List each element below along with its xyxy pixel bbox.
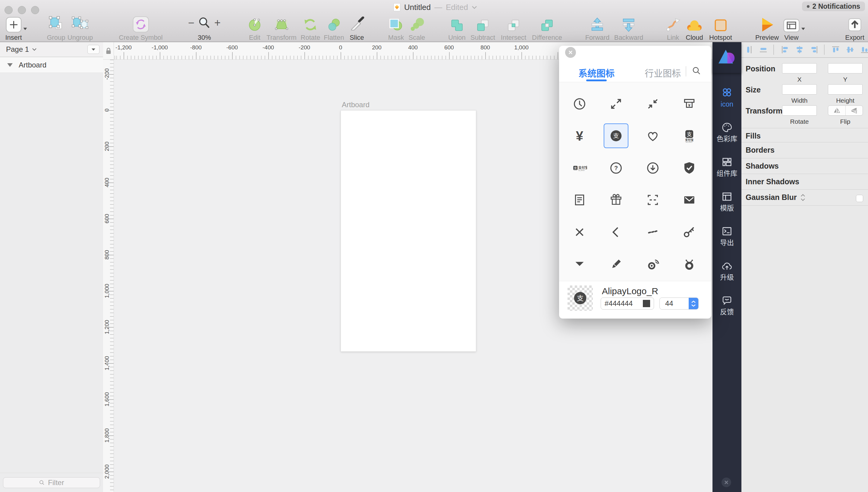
artboard[interactable] (341, 110, 476, 352)
toolbar-ungroup[interactable]: Ungroup (68, 12, 93, 41)
gaussian-blur-checkbox[interactable] (856, 195, 863, 202)
borders-section-header[interactable]: Borders (746, 146, 775, 154)
grid-icon-help[interactable] (604, 156, 628, 180)
distribute-vertically-icon[interactable] (759, 45, 767, 54)
height-field[interactable] (828, 84, 863, 95)
dock-item-upgrade[interactable]: 升级 (712, 260, 742, 281)
grid-icon-cash-machine[interactable] (677, 92, 702, 116)
zoom-window-button[interactable] (31, 6, 39, 14)
distribute-horizontally-icon[interactable] (745, 45, 752, 54)
dock-item-component-library[interactable]: 组件库 (712, 156, 742, 177)
toolbar-union[interactable]: Union (448, 12, 465, 41)
plugin-logo-icon[interactable] (717, 47, 736, 66)
grid-icon-gift[interactable] (604, 188, 628, 212)
dock-item-icon-library[interactable]: icon (712, 87, 742, 108)
page-selector[interactable]: Page 1 (6, 45, 29, 54)
toolbar-transform[interactable]: Transform (266, 12, 296, 41)
color-input[interactable]: #444444 (601, 297, 654, 310)
width-field[interactable] (782, 84, 817, 95)
toolbar-zoom[interactable]: − + 30% (188, 12, 220, 41)
align-bottom-icon[interactable] (860, 45, 868, 54)
rotate-field[interactable] (782, 105, 817, 116)
grid-icon-yen[interactable] (567, 123, 592, 148)
grid-icon-more[interactable] (640, 220, 665, 245)
toolbar-flatten[interactable]: Flatten (324, 12, 344, 41)
toolbar-link[interactable]: Link (665, 12, 681, 41)
flip-vertical-button[interactable] (846, 106, 863, 115)
zoom-in-button[interactable]: + (214, 18, 220, 28)
lock-icon[interactable] (105, 47, 112, 54)
align-top-icon[interactable] (831, 45, 839, 54)
align-middle-icon[interactable] (846, 45, 853, 54)
toolbar-view[interactable]: View (783, 12, 800, 41)
toolbar-create-symbol[interactable]: Create Symbol (119, 12, 163, 41)
flip-horizontal-button[interactable] (828, 106, 846, 115)
blur-type-stepper-icon[interactable] (800, 194, 805, 201)
toolbar-hotspot[interactable]: Hotspot (709, 12, 732, 41)
size-input[interactable]: 44 (659, 297, 699, 310)
dock-close-button[interactable] (722, 477, 731, 487)
grid-icon-caret-down[interactable] (567, 252, 592, 276)
toolbar-forward[interactable]: Forward (585, 12, 610, 41)
grid-icon-weibo[interactable] (640, 252, 665, 276)
artboard-title[interactable]: Artboard (342, 101, 370, 109)
toolbar-cloud[interactable]: Cloud (686, 12, 703, 41)
grid-icon-heart[interactable] (640, 123, 665, 148)
toolbar-backward[interactable]: Backward (614, 12, 643, 41)
disclosure-triangle-icon[interactable] (7, 63, 13, 67)
align-right-icon[interactable] (810, 45, 817, 54)
title-chevron-icon[interactable] (472, 6, 477, 9)
page-list-button[interactable] (87, 45, 99, 54)
dock-item-feedback[interactable]: 反馈 (712, 294, 742, 316)
ruler-label-v: 200 (103, 134, 111, 158)
toolbar-edit[interactable]: Edit (247, 12, 263, 41)
dock-item-templates[interactable]: 模版 (712, 191, 742, 212)
toolbar-slice[interactable]: Slice (349, 12, 365, 41)
page-chevron-icon[interactable] (32, 48, 37, 51)
grid-icon-alipay-horizontal[interactable] (567, 156, 592, 180)
toolbar-subtract[interactable]: Subtract (470, 12, 495, 41)
toolbar-export[interactable]: Export (845, 12, 864, 41)
toolbar-rotate[interactable]: Rotate (301, 12, 320, 41)
notification-dot-icon (807, 5, 810, 8)
fills-section-header[interactable]: Fills (746, 131, 761, 140)
gaussian-blur-section-header[interactable]: Gaussian Blur (746, 193, 805, 202)
cloud-icon (686, 13, 703, 33)
layer-item-artboard[interactable]: Artboard (0, 57, 103, 73)
grid-icon-alipay-logo[interactable] (604, 123, 628, 148)
grid-icon-ant[interactable] (677, 252, 702, 276)
grid-icon-expand[interactable] (604, 92, 628, 116)
size-stepper[interactable] (689, 297, 698, 310)
toolbar-insert[interactable]: Insert (5, 12, 22, 41)
shadows-section-header[interactable]: Shadows (746, 162, 779, 170)
filter-input[interactable]: Filter (3, 477, 100, 488)
grid-icon-key[interactable] (677, 220, 702, 245)
grid-icon-download[interactable] (640, 156, 665, 180)
notifications-badge[interactable]: 2 Notifications (802, 1, 865, 11)
grid-icon-bill[interactable] (567, 188, 592, 212)
align-left-icon[interactable] (781, 45, 789, 54)
grid-icon-clock[interactable] (567, 92, 592, 116)
align-center-horizontal-icon[interactable] (795, 45, 803, 54)
zoom-out-button[interactable]: − (188, 18, 194, 28)
dock-item-color-library[interactable]: 色彩库 (712, 121, 742, 142)
grid-icon-edit-pencil[interactable] (604, 252, 628, 276)
grid-icon-collapse[interactable] (640, 92, 665, 116)
grid-icon-scan[interactable] (640, 188, 665, 212)
position-x-field[interactable] (782, 63, 817, 73)
grid-icon-close[interactable] (567, 220, 592, 245)
position-y-field[interactable] (828, 63, 863, 73)
toolbar-preview[interactable]: Preview (755, 12, 779, 41)
toolbar-difference[interactable]: Difference (532, 12, 562, 41)
toolbar-group[interactable]: Group (47, 12, 65, 41)
toolbar-mask[interactable]: Mask (388, 12, 404, 41)
toolbar-scale[interactable]: Scale (408, 12, 425, 41)
inner-shadows-section-header[interactable]: Inner Shadows (746, 177, 799, 186)
grid-icon-shield-check[interactable] (677, 156, 702, 180)
toolbar-intersect[interactable]: Intersect (501, 12, 526, 41)
grid-icon-mail[interactable] (677, 188, 702, 212)
dock-item-export[interactable]: 导出 (712, 225, 742, 246)
grid-icon-alipay-app[interactable] (677, 123, 702, 148)
grid-icon-back[interactable] (604, 220, 628, 245)
color-swatch[interactable] (643, 300, 650, 307)
